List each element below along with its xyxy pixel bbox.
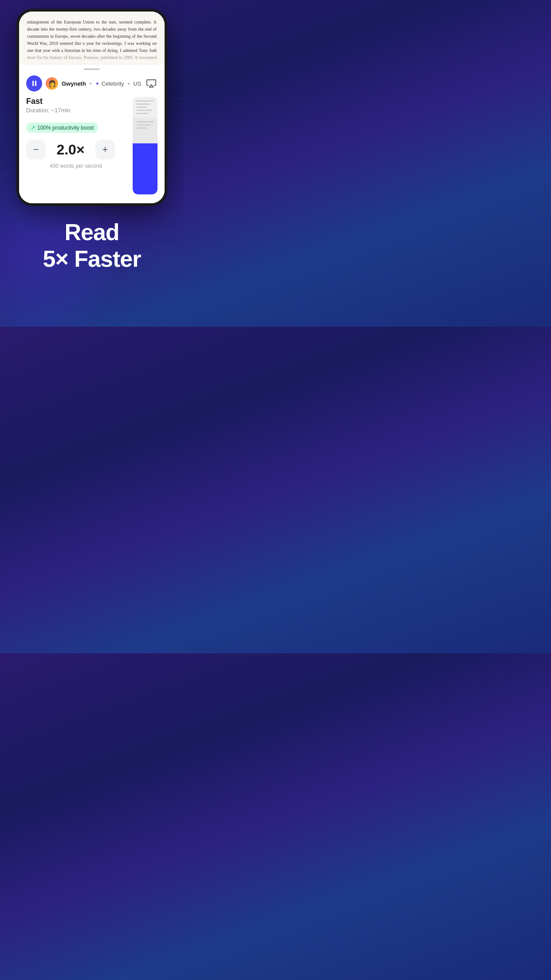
speed-wps: 400 words per second (26, 163, 126, 169)
dot-separator-1: • (90, 80, 92, 87)
voice-region: US (133, 80, 141, 87)
slider-track (133, 97, 157, 194)
arrow-up-icon: ↗ (31, 124, 35, 131)
pause-bar-right (35, 81, 36, 86)
decrease-speed-button[interactable]: − (26, 140, 46, 159)
voice-type-label: Celebrity (101, 80, 124, 87)
increase-speed-button[interactable]: + (95, 140, 115, 159)
tagline-section: Read 5× Faster (0, 206, 184, 290)
speed-label: Fast (26, 97, 126, 106)
voice-type: ✦ Celebrity (95, 80, 124, 87)
drag-handle-bar[interactable] (84, 68, 100, 70)
speed-duration: Duration: ~17min (26, 107, 126, 114)
sparkle-icon: ✦ (95, 80, 100, 87)
voice-avatar: 👩 (46, 77, 58, 90)
pause-bar-left (32, 81, 34, 86)
slider-line-4 (136, 110, 152, 111)
pause-icon (32, 81, 36, 86)
book-text: enlargement of the European Union to the… (27, 19, 157, 65)
slider-inactive-mid (133, 118, 157, 143)
speed-section: Fast Duration: ~17min ↗ 100% productivit… (26, 97, 157, 194)
slider-line-3 (136, 107, 147, 108)
book-text-area: enlargement of the European Union to the… (19, 12, 165, 65)
phone-screen: enlargement of the European Union to the… (19, 12, 165, 203)
airplay-button[interactable] (145, 76, 157, 91)
speed-value: 2.0× (53, 142, 88, 158)
slider-line-5 (136, 113, 149, 114)
slider-line-8 (136, 127, 147, 129)
tagline-line1: Read (9, 219, 175, 246)
phone-frame: enlargement of the European Union to the… (16, 9, 167, 206)
slider-line-6 (136, 121, 154, 122)
minus-icon: − (33, 144, 39, 155)
productivity-text: 100% productivity boost (37, 125, 94, 131)
slider-line-7 (136, 124, 150, 126)
pause-button[interactable] (26, 75, 42, 91)
voice-bar: 👩 Gwyneth • ✦ Celebrity • US (26, 72, 157, 97)
dot-separator-2: • (128, 80, 130, 87)
drag-handle-container (19, 65, 165, 72)
speed-controls: − 2.0× + (26, 140, 126, 159)
productivity-badge: ↗ 100% productivity boost (26, 122, 98, 133)
tagline-text: Read 5× Faster (9, 219, 175, 273)
airplay-icon (146, 79, 156, 88)
slider-inactive-top (133, 97, 157, 118)
plus-icon: + (102, 144, 108, 155)
svg-marker-6 (149, 85, 153, 87)
slider-active-portion (133, 143, 157, 194)
voice-name: Gwyneth (62, 80, 86, 87)
slider-line-2 (136, 103, 150, 105)
slider-line-1 (136, 100, 154, 102)
controls-panel: 👩 Gwyneth • ✦ Celebrity • US (19, 72, 165, 203)
tagline-line2: 5× Faster (9, 246, 175, 273)
speed-left: Fast Duration: ~17min ↗ 100% productivit… (26, 97, 126, 169)
speed-slider-container[interactable] (133, 97, 157, 194)
